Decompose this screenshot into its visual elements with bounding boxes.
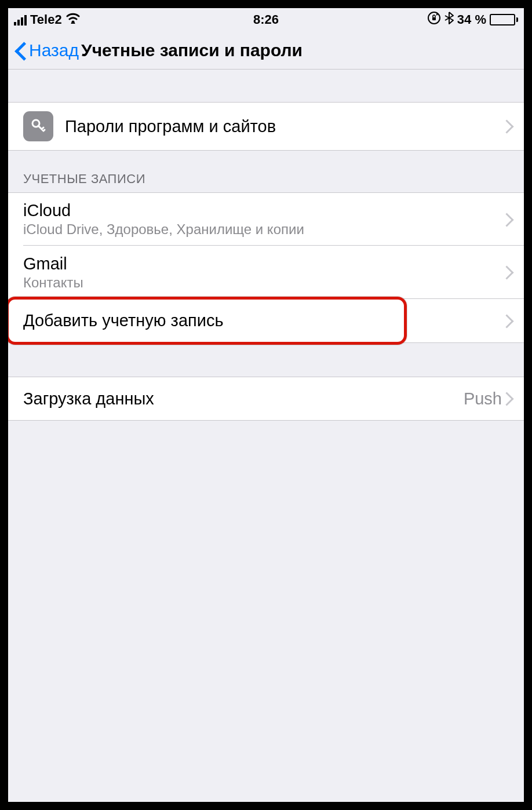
- chevron-left-icon: [14, 40, 27, 61]
- app-website-passwords-row[interactable]: Пароли программ и сайтов: [8, 102, 524, 151]
- carrier-label: Tele2: [30, 12, 62, 27]
- orientation-lock-icon: [427, 11, 441, 28]
- key-icon: [23, 111, 53, 141]
- status-time: 8:26: [253, 12, 279, 27]
- chevron-right-icon: [502, 264, 512, 280]
- svg-rect-2: [432, 17, 436, 20]
- chevron-right-icon: [502, 313, 512, 329]
- account-row-gmail[interactable]: Gmail Контакты: [8, 246, 524, 299]
- svg-point-0: [71, 21, 74, 24]
- cell-detail: Push: [464, 389, 502, 408]
- status-right: 34 %: [427, 11, 518, 28]
- device-frame: Tele2 8:26: [0, 0, 532, 810]
- account-row-icloud[interactable]: iCloud iCloud Drive, Здоровье, Хранилище…: [8, 192, 524, 246]
- cell-title: Загрузка данных: [23, 389, 154, 408]
- cell-subtitle: Контакты: [23, 275, 83, 291]
- bluetooth-icon: [444, 11, 454, 28]
- battery-percent: 34 %: [457, 12, 486, 27]
- fetch-new-data-row[interactable]: Загрузка данных Push: [8, 377, 524, 421]
- screen: Tele2 8:26: [8, 8, 524, 802]
- cell-subtitle: iCloud Drive, Здоровье, Хранилище и копи…: [23, 221, 304, 238]
- accounts-header: УЧЕТНЫЕ ЗАПИСИ: [8, 151, 524, 192]
- battery-icon: [490, 14, 518, 25]
- add-account-row[interactable]: Добавить учетную запись: [8, 299, 524, 343]
- back-label: Назад: [29, 41, 79, 60]
- cell-title: Gmail: [23, 254, 67, 273]
- navigation-bar: Назад Учетные записи и пароли: [8, 31, 524, 70]
- group-spacer: [8, 70, 524, 102]
- cell-title: Пароли программ и сайтов: [65, 117, 276, 136]
- cell-title: iCloud: [23, 201, 71, 220]
- group-spacer: [8, 343, 524, 377]
- chevron-right-icon: [502, 391, 512, 407]
- cell-title: Добавить учетную запись: [23, 311, 224, 330]
- cellular-signal-icon: [14, 14, 27, 25]
- page-title: Учетные записи и пароли: [81, 41, 303, 60]
- back-button[interactable]: Назад: [14, 40, 79, 61]
- wifi-icon: [65, 12, 81, 27]
- status-left: Tele2: [14, 12, 81, 27]
- chevron-right-icon: [502, 211, 512, 228]
- status-bar: Tele2 8:26: [8, 8, 524, 31]
- chevron-right-icon: [502, 118, 512, 134]
